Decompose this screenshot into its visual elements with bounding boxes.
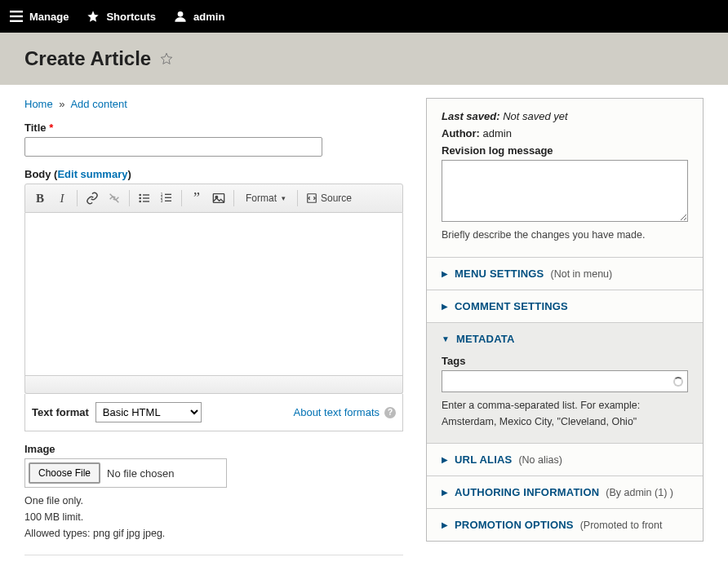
url-alias-accordion[interactable]: ▶ URL ALIAS (No alias) [427, 444, 703, 475]
image-icon [212, 192, 225, 204]
format-dropdown[interactable]: Format ▾ [239, 192, 292, 204]
star-icon [87, 10, 100, 23]
svg-rect-2 [10, 20, 23, 22]
svg-rect-0 [10, 11, 23, 12]
image-label: Image [24, 443, 403, 455]
text-format-label: Text format [32, 406, 89, 418]
breadcrumb: Home » Add content [24, 98, 403, 110]
svg-point-3 [178, 11, 184, 17]
breadcrumb-home[interactable]: Home [24, 98, 53, 110]
last-saved-value: Not saved yet [503, 110, 568, 122]
user-icon [174, 10, 187, 23]
sidebar-box: Last saved: Not saved yet Author: admin … [426, 98, 704, 542]
file-hint-2: 100 MB limit. [24, 509, 403, 525]
svg-rect-6 [143, 194, 149, 195]
tags-input[interactable] [442, 370, 688, 392]
svg-rect-14 [165, 197, 171, 198]
manage-menu[interactable]: Manage [10, 11, 69, 23]
menu-settings-accordion[interactable]: ▶ MENU SETTINGS (Not in menu) [427, 258, 703, 290]
admin-toolbar: Manage Shortcuts admin [0, 0, 728, 33]
chevron-down-icon: ▾ [282, 194, 286, 202]
svg-text:3: 3 [161, 199, 163, 203]
hamburger-icon [10, 11, 23, 22]
user-menu[interactable]: admin [174, 10, 224, 23]
autocomplete-spinner-icon [673, 377, 683, 387]
title-label: Title * [24, 122, 403, 134]
unlink-button [104, 188, 124, 208]
svg-rect-16 [165, 201, 171, 201]
shortcuts-label: Shortcuts [106, 11, 156, 23]
revision-log-desc: Briefly describe the changes you have ma… [442, 229, 688, 241]
authoring-info-accordion[interactable]: ▶ AUTHORING INFORMATION (By admin (1) ) [427, 476, 703, 508]
svg-point-5 [139, 194, 141, 197]
editor-toolbar: B I 123 ” [24, 184, 403, 213]
svg-rect-10 [143, 201, 149, 201]
svg-rect-12 [165, 194, 171, 195]
arrow-right-icon: ▶ [442, 520, 448, 529]
link-button[interactable] [82, 188, 102, 208]
arrow-down-icon: ▼ [442, 334, 450, 343]
revision-info: Last saved: Not saved yet Author: admin … [427, 99, 703, 258]
comment-settings-accordion[interactable]: ▶ COMMENT SETTINGS [427, 290, 703, 322]
divider [24, 555, 403, 555]
last-saved-label: Last saved: [442, 110, 500, 122]
tags-label: Tags [442, 355, 688, 367]
image-button[interactable] [209, 188, 229, 208]
text-format-select[interactable]: Basic HTML [95, 402, 202, 422]
svg-point-9 [139, 201, 141, 203]
author-value: admin [483, 127, 512, 139]
arrow-right-icon: ▶ [442, 269, 448, 278]
revision-log-label: Revision log message [442, 144, 553, 157]
bullet-list-icon [138, 192, 151, 205]
link-icon [86, 192, 99, 205]
source-icon [306, 192, 317, 204]
unlink-icon [108, 192, 121, 205]
editor-footer [24, 376, 403, 394]
numbered-list-icon: 123 [160, 192, 173, 205]
manage-label: Manage [29, 11, 69, 23]
file-status: No file chosen [107, 467, 223, 480]
choose-file-button[interactable]: Choose File [29, 462, 100, 484]
tags-hint: Enter a comma-separated list. For exampl… [442, 397, 688, 430]
file-upload-wrapper: Choose File No file chosen [24, 458, 227, 488]
text-format-row: Text format Basic HTML About text format… [24, 394, 403, 431]
file-hint-1: One file only. [24, 493, 403, 509]
svg-rect-8 [143, 197, 149, 198]
blockquote-button[interactable]: ” [187, 188, 206, 208]
breadcrumb-add-content[interactable]: Add content [70, 98, 127, 110]
editor-body[interactable] [24, 213, 403, 376]
bullet-list-button[interactable] [135, 188, 154, 208]
about-text-formats-link[interactable]: About text formats ? [294, 406, 397, 418]
title-input[interactable] [24, 137, 322, 157]
edit-summary-link[interactable]: Edit summary [57, 168, 127, 180]
shortcuts-menu[interactable]: Shortcuts [87, 10, 156, 23]
promotion-options-accordion[interactable]: ▶ PROMOTION OPTIONS (Promoted to front [427, 509, 703, 541]
author-label: Author: [442, 127, 480, 139]
metadata-accordion[interactable]: ▼ METADATA [427, 323, 703, 355]
numbered-list-button[interactable]: 123 [157, 188, 176, 208]
svg-rect-1 [10, 15, 23, 17]
body-label: Body (Edit summary) [24, 168, 403, 180]
page-header: Create Article [0, 33, 728, 85]
favorite-star-icon[interactable] [159, 51, 174, 66]
metadata-body: Tags Enter a comma-separated list. For e… [427, 355, 703, 443]
help-icon: ? [384, 407, 396, 418]
user-label: admin [193, 11, 224, 23]
arrow-right-icon: ▶ [442, 302, 448, 311]
page-title: Create Article [24, 47, 151, 70]
svg-point-7 [139, 197, 141, 200]
arrow-right-icon: ▶ [442, 455, 448, 464]
file-hint-3: Allowed types: png gif jpg jpeg. [24, 525, 403, 542]
revision-log-textarea[interactable] [442, 160, 688, 222]
source-button[interactable]: Source [303, 192, 355, 204]
arrow-right-icon: ▶ [442, 488, 448, 497]
italic-button[interactable]: I [52, 188, 72, 208]
bold-button[interactable]: B [30, 188, 50, 208]
